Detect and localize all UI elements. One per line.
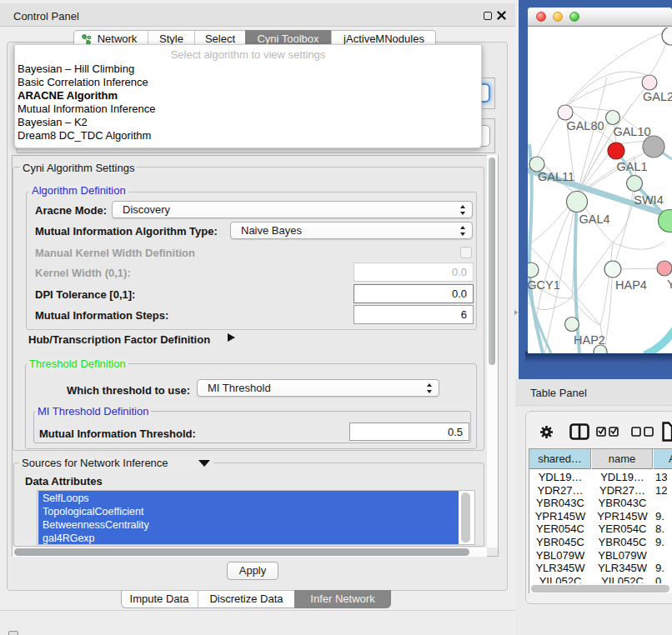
svg-text:GAL2: GAL2 bbox=[643, 90, 672, 103]
svg-text:HAP4: HAP4 bbox=[615, 278, 647, 292]
svg-text:GAL10: GAL10 bbox=[613, 125, 650, 138]
svg-text:GAL4: GAL4 bbox=[579, 212, 609, 226]
svg-text:GAL11: GAL11 bbox=[538, 170, 574, 183]
svg-text:GCY1: GCY1 bbox=[528, 278, 560, 292]
svg-text:GAL1: GAL1 bbox=[616, 160, 647, 173]
svg-text:SWI4: SWI4 bbox=[634, 193, 663, 207]
svg-text:Y: Y bbox=[667, 278, 672, 291]
svg-text:HAP2: HAP2 bbox=[574, 333, 605, 347]
svg-text:GAL80: GAL80 bbox=[566, 119, 604, 132]
